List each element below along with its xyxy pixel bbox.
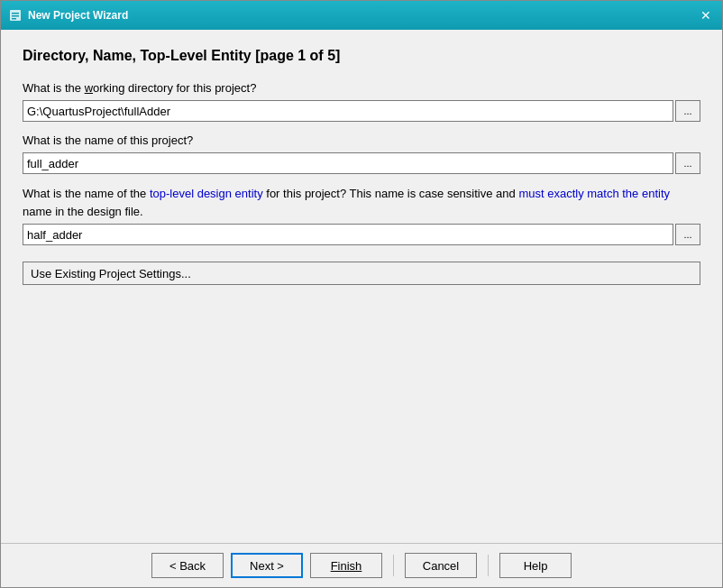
svg-rect-2 bbox=[12, 15, 19, 17]
finish-label: Finish bbox=[331, 559, 362, 573]
wizard-window: New Project Wizard ✕ Directory, Name, To… bbox=[0, 0, 723, 588]
project-name-input[interactable] bbox=[23, 152, 673, 174]
top-entity-input[interactable] bbox=[23, 224, 673, 245]
top-entity-browse-button[interactable]: ... bbox=[675, 224, 700, 245]
project-name-label: What is the name of this project? bbox=[23, 133, 700, 149]
project-name-row: ... bbox=[23, 152, 700, 174]
next-button[interactable]: Next > bbox=[231, 553, 303, 578]
top-entity-label: What is the name of the top-level design… bbox=[23, 185, 700, 220]
cancel-button[interactable]: Cancel bbox=[405, 553, 477, 578]
content-spacer bbox=[23, 285, 700, 534]
footer-divider bbox=[393, 555, 394, 576]
working-dir-browse-button[interactable]: ... bbox=[675, 100, 700, 122]
project-name-browse-button[interactable]: ... bbox=[675, 152, 700, 174]
svg-rect-1 bbox=[12, 13, 19, 14]
working-dir-input[interactable] bbox=[23, 100, 673, 122]
working-dir-row: ... bbox=[23, 100, 700, 122]
wizard-footer: < Back Next > Finish Cancel Help bbox=[1, 543, 722, 587]
finish-button[interactable]: Finish bbox=[310, 553, 382, 578]
window-title: New Project Wizard bbox=[28, 9, 697, 22]
close-button[interactable]: ✕ bbox=[697, 6, 715, 24]
wizard-content: Directory, Name, Top-Level Entity [page … bbox=[1, 30, 722, 543]
title-bar: New Project Wizard ✕ bbox=[1, 1, 722, 30]
svg-rect-3 bbox=[12, 18, 16, 20]
page-title: Directory, Name, Top-Level Entity [page … bbox=[23, 48, 700, 64]
use-existing-button[interactable]: Use Existing Project Settings... bbox=[23, 262, 700, 285]
footer-divider-2 bbox=[488, 555, 489, 576]
help-button[interactable]: Help bbox=[499, 553, 572, 578]
top-entity-row: ... bbox=[23, 224, 700, 245]
back-button[interactable]: < Back bbox=[151, 553, 224, 578]
working-dir-label: What is the working directory for this p… bbox=[23, 80, 700, 96]
app-icon bbox=[8, 8, 23, 23]
